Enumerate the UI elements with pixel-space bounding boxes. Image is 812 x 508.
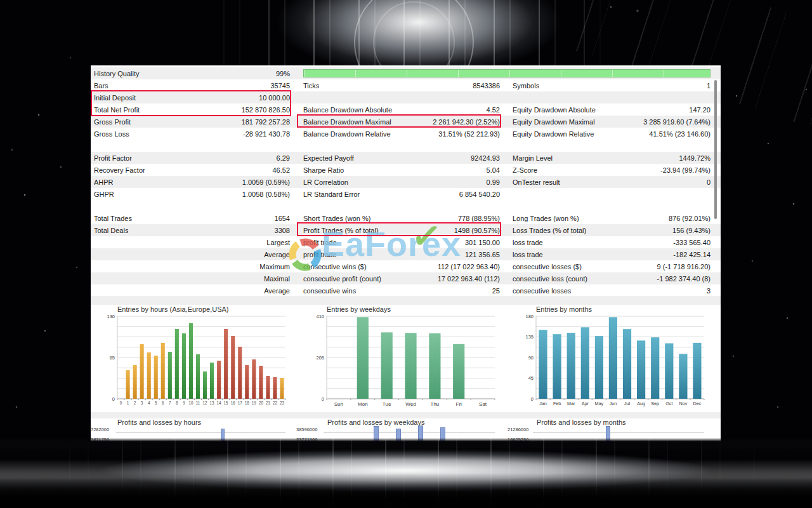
svg-text:135: 135 (525, 334, 534, 340)
stat-label: consecutive wins ($) (303, 263, 367, 271)
stat-value: 46.52 (272, 166, 290, 174)
stats-cell: Total Trades1654 (94, 215, 290, 222)
svg-text:May: May (595, 401, 604, 406)
chart-title: Entries by hours (Asia,Europe,USA) (117, 305, 289, 314)
stat-label: consecutive wins (303, 287, 356, 295)
stat-label: Expected Payoff (303, 154, 354, 162)
stat-value: 31.51% (52 212.93) (438, 130, 500, 138)
stat-label: LR Standard Error (303, 190, 360, 198)
stat-value: 4.52 (487, 106, 500, 114)
svg-text:14: 14 (217, 401, 222, 405)
stat-value: 6.29 (277, 154, 290, 162)
stats-row: Maximalconsecutive profit (count)17 022 … (91, 272, 721, 284)
stat-label: Symbols (513, 82, 539, 90)
chart-title: Entries by months (536, 305, 708, 314)
svg-text:21: 21 (266, 401, 271, 405)
chart-bars (508, 418, 707, 441)
stat-label: loss trade (513, 239, 543, 246)
stat-label: Sharpe Ratio (303, 166, 344, 174)
stats-cell: Bars35745 (94, 82, 290, 90)
stat-value: 1 (707, 82, 710, 90)
stat-value: 25 (492, 287, 500, 295)
stat-label: consecutive losses ($) (513, 263, 582, 271)
stats-cell: loss trade-182 425.14 (513, 251, 710, 258)
stats-cell (303, 69, 710, 77)
stats-cell: consecutive losses ($)9 (-1 718 916.20) (513, 263, 710, 271)
svg-text:Wed: Wed (405, 401, 416, 407)
highlight-box-balance-drawdown-maximal (297, 114, 501, 128)
stats-cell: History Quality99% (94, 70, 290, 77)
highlight-box-profit-trades (297, 222, 501, 236)
stat-value: 99% (276, 70, 290, 77)
svg-text:Jan: Jan (539, 401, 547, 406)
svg-text:Feb: Feb (553, 401, 561, 406)
svg-text:130: 130 (107, 314, 115, 319)
stat-value: 6 854 540.20 (459, 190, 500, 198)
stats-row: History Quality99% (91, 67, 721, 79)
pl-bar (374, 426, 379, 441)
stat-value: 9 (-1 718 916.20) (657, 263, 710, 271)
stat-value: 1.0059 (0.59%) (242, 178, 290, 186)
stats-row: Maximumconsecutive wins ($)112 (17 022 9… (91, 260, 721, 272)
stats-cell: Symbols1 (513, 82, 710, 90)
stats-cell: Gross Profit181 792 257.28 (94, 118, 290, 126)
svg-text:90: 90 (528, 355, 534, 361)
stats-cell: GHPR1.0058 (0.58%) (94, 190, 290, 198)
stats-cell: consecutive losses3 (513, 287, 710, 295)
stats-cell: Loss Trades (% of total)156 (9.43%) (513, 227, 710, 234)
stats-cell: consecutive profit (count)17 022 963.40 … (303, 275, 500, 283)
svg-text:0: 0 (531, 396, 534, 402)
pl-by-weekdays-chart: Profits and losses by weekdays 38596000 … (296, 418, 498, 441)
stats-cell: AHPR1.0059 (0.59%) (94, 178, 290, 186)
svg-text:410: 410 (316, 314, 324, 319)
vertical-scrollbar[interactable] (714, 80, 717, 219)
chart-title: Entries by weekdays (327, 305, 499, 314)
highlight-box-initial-deposit (91, 90, 291, 116)
stats-cell: Ticks8543386 (303, 82, 500, 90)
stat-label: consecutive loss (count) (513, 275, 587, 283)
stats-cell: consecutive wins ($)112 (17 022 963.40) (303, 263, 500, 271)
stat-value: 92424.93 (471, 154, 500, 162)
stat-label: AHPR (94, 178, 114, 186)
svg-text:0: 0 (112, 396, 115, 402)
svg-text:3: 3 (141, 401, 143, 405)
svg-text:23: 23 (280, 401, 285, 405)
svg-text:Apr: Apr (582, 401, 589, 406)
stat-label: Equity Drawdown Absolute (513, 106, 596, 114)
stats-cell: Maximum (94, 263, 290, 271)
stat-value: 121 356.65 (465, 251, 500, 258)
stats-cell: Sharpe Ratio5.04 (303, 166, 500, 174)
svg-text:17: 17 (238, 401, 243, 405)
svg-text:Aug: Aug (637, 401, 645, 406)
stat-label: Total Trades (94, 215, 132, 222)
svg-text:5: 5 (155, 401, 157, 405)
stats-cell: Equity Drawdown Maximal3 285 919.60 (7.6… (513, 118, 710, 126)
pl-bar (396, 429, 401, 441)
stat-value: 181 792 257.28 (242, 118, 290, 126)
svg-text:1: 1 (127, 401, 129, 405)
stat-label: GHPR (94, 190, 114, 198)
stat-label: Gross Profit (94, 118, 131, 126)
stat-value: 1654 (275, 215, 290, 222)
entries-by-months-chart: Entries by months 04590135180JanFebMarAp… (514, 305, 708, 410)
svg-text:10: 10 (188, 401, 193, 405)
stats-row: Largestprofit trade301 150.00loss trade-… (91, 236, 721, 248)
stat-value: 112 (17 022 963.40) (438, 263, 500, 271)
stats-cell: Short Trades (won %)778 (88.95%) (303, 215, 500, 222)
svg-text:Dec: Dec (693, 401, 702, 406)
strategy-tester-report-panel: History Quality99%Bars35745Ticks8543386S… (91, 65, 721, 441)
stats-row: Recovery Factor46.52Sharpe Ratio5.04Z-Sc… (91, 164, 721, 176)
svg-text:7: 7 (169, 401, 171, 405)
chart-plot: 0205410SunMonTueWedThuFriSat (305, 314, 499, 410)
stats-cell: Balance Drawdown Absolute4.52 (303, 106, 500, 114)
svg-text:13: 13 (210, 401, 215, 405)
stats-cell: profit trade301 150.00 (303, 239, 500, 246)
stats-cell: LR Standard Error6 854 540.20 (303, 190, 500, 198)
stats-cell: Z-Score-23.94 (99.74%) (513, 166, 710, 174)
svg-text:Nov: Nov (679, 401, 688, 406)
stat-value: 301 150.00 (465, 239, 500, 246)
stats-cell: loss trade-333 565.40 (513, 239, 710, 246)
stat-value: Maximal (264, 275, 290, 283)
stats-cell: Equity Drawdown Relative41.51% (23 146.6… (513, 130, 710, 138)
history-progress-bar (303, 69, 710, 77)
